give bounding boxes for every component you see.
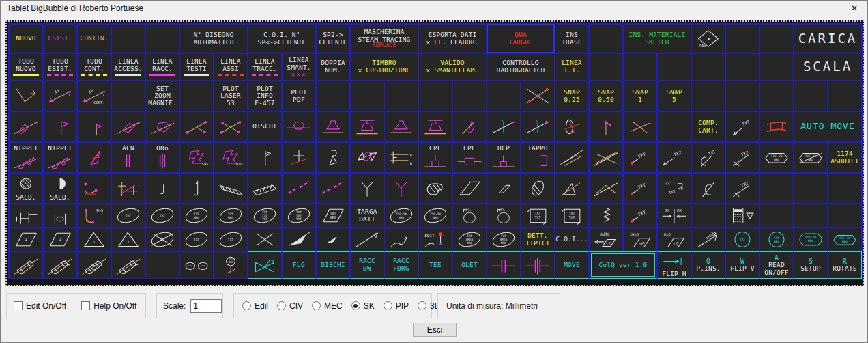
cell-flangec[interactable] (77, 251, 111, 279)
cell-arrowsolid[interactable] (282, 228, 316, 251)
cell-hexlblx-tie-in-nro[interactable]: TIE-INNRO (794, 142, 828, 173)
cell-txtdot[interactable]: TXT (623, 204, 657, 228)
cell-txtslash[interactable]: TXT (725, 142, 760, 173)
radio-sk[interactable]: SK (351, 301, 375, 311)
cell-trilbl-1[interactable]: 1 (111, 228, 145, 251)
cell-ellx-txt[interactable]: TXT (145, 228, 179, 251)
cell-1174-asbuilt[interactable]: 1174ASBUILT (828, 142, 862, 173)
cell-targa-dati[interactable]: TARGADATI (350, 204, 384, 228)
cell-parlbl-1[interactable]: 1 (43, 228, 77, 251)
cell-mcomma[interactable] (452, 111, 487, 142)
cell-auto-move[interactable]: AUTO MOVE (794, 111, 862, 142)
cell-elllbl-txt-area-nro[interactable]: TXTAREANRO (452, 228, 487, 251)
cell-r5curve-r-5[interactable]: R=5 (77, 204, 111, 228)
cell-mflask[interactable] (384, 111, 418, 142)
cell-mflag2[interactable] (77, 111, 111, 142)
cell-roundlblc-tie-in-nro[interactable]: TIE-INNRO (794, 228, 828, 251)
cell-mflask[interactable] (316, 111, 350, 142)
cell-parlbl-txt-nro[interactable]: TXTNRO (316, 204, 350, 228)
cell-twoell[interactable] (179, 251, 214, 279)
help-on-off-checkbox[interactable]: Help On/Off (81, 301, 136, 311)
cell-mpara[interactable] (111, 111, 145, 142)
cell-xtick[interactable]: × (487, 111, 521, 142)
cell-linea-t-t[interactable]: LINEAT.T. (555, 53, 589, 81)
cell-mbranch3[interactable] (179, 111, 214, 142)
cell-timbro-x-costruzione[interactable]: TIMBROx COSTRUZIONE (350, 53, 418, 81)
cell-dim10-cont[interactable]: 10CONT. (77, 81, 111, 111)
cell-mdotspole[interactable] (589, 111, 623, 142)
cell-dett-tipici[interactable]: DETT.TIPICI (521, 228, 555, 251)
cell-sald[interactable]: SALD. (9, 173, 43, 204)
cell-tubo-esist[interactable]: TUBOESIST. (43, 53, 77, 81)
cell-centerline[interactable] (691, 173, 725, 204)
cell-trilbl-1[interactable]: 1 (77, 228, 111, 251)
cell-plot-pdf[interactable]: PLOTPDF (282, 81, 316, 111)
cell-pipez[interactable] (9, 204, 43, 228)
cell-diag2[interactable] (555, 142, 589, 173)
cell-orn[interactable]: ORn (145, 142, 179, 173)
cell-tappo[interactable]: TAPPO (521, 142, 555, 173)
radio-pip[interactable]: PIP (384, 301, 409, 311)
cell-ticks[interactable] (111, 173, 145, 204)
cell-snap-0-25[interactable]: SNAP0.25 (555, 81, 589, 111)
cell-crossred[interactable] (282, 142, 316, 173)
cell-set-zoom-magnif[interactable]: SETZOOMMAGNIF. (145, 81, 179, 111)
cell-arrowlong[interactable] (350, 228, 384, 251)
cell-cone[interactable] (316, 142, 350, 173)
cell-twist[interactable] (350, 142, 384, 173)
cell-flip-v[interactable]: WFLIP V (725, 251, 760, 279)
cell-txtdot[interactable]: TXT (623, 142, 657, 173)
cell-mtee[interactable] (418, 111, 452, 142)
cell-hatchwing[interactable] (214, 173, 248, 204)
cell-mchain[interactable] (282, 173, 316, 204)
cell-contin[interactable]: CONTIN. (77, 24, 111, 53)
cell-xtick[interactable]: × (521, 111, 555, 142)
cell-plot-laser-53[interactable]: PLOTLASER53 (214, 81, 248, 111)
cell-trilines[interactable] (555, 173, 589, 204)
cell-sectionaa[interactable]: AA (384, 142, 418, 173)
cell-linea-tracc[interactable]: LINEATRACC. (248, 53, 282, 81)
cell-ymagenta[interactable] (384, 173, 418, 204)
cell-mflag[interactable] (43, 111, 77, 142)
scale-input[interactable] (190, 299, 222, 313)
cell-mblob-nid[interactable]: NID (214, 142, 248, 173)
cell-mblob-sws[interactable]: SWS (179, 142, 214, 173)
cell-ins-materiale-sketch[interactable]: INS. MATERIALESKETCH (623, 24, 691, 53)
cell-mcap2[interactable] (521, 251, 555, 279)
cell-linea-assi[interactable]: LINEAASSI (214, 53, 248, 81)
cell-mpentagon[interactable] (145, 111, 179, 142)
cell-c-o-i-n-sp-cliente[interactable]: C.O.I. N°SP<->CLIENTE (248, 24, 316, 53)
cell-mbowtie[interactable] (9, 111, 43, 142)
cell-elllbl-txt[interactable]: TXT (214, 228, 248, 251)
cell-elllbl-tie-in-nro[interactable]: TIE-INNRO (384, 204, 418, 228)
cell-carica[interactable]: CARICA (794, 24, 862, 53)
cell-scala[interactable]: SCALA (794, 53, 862, 81)
cell-hatchellipse[interactable] (521, 173, 555, 204)
cell-elllbl-txt-nro[interactable]: TXTNRO (214, 204, 248, 228)
cell-esporta-dati-x-el-elabor[interactable]: ESPORTA DATIx EL. ELABOR. (418, 24, 487, 53)
cell-circlblc-txt[interactable]: TXT (725, 228, 760, 251)
cell-dischi[interactable]: DISCHI (248, 111, 282, 142)
cell-arrowsmall[interactable] (316, 228, 350, 251)
cell-racc-bw[interactable]: RACCBW (350, 251, 384, 279)
cell-controllo-radiografico[interactable]: CONTROLLORADIOGRAFICO (487, 53, 555, 81)
cell-doppia-num[interactable]: DOPPIANUM. (316, 53, 350, 81)
cell-hooks[interactable] (145, 173, 179, 204)
cell-msail[interactable] (77, 142, 111, 173)
cell-bentarrow[interactable] (9, 81, 43, 111)
cell-revdiamond-rev[interactable]: REV (691, 24, 725, 53)
cell-qua-targhe[interactable]: QUATARGHE (487, 24, 555, 53)
cell-nuovo[interactable]: NUOVO (9, 24, 43, 53)
cell-mcap[interactable] (487, 251, 521, 279)
cell-txttxtarrow[interactable]: TXTTXT (657, 173, 691, 204)
cell-circbanner-txt[interactable]: TXT (452, 204, 487, 228)
cell-colq-ver-1-0[interactable]: ColQ ver 1.0 (589, 251, 657, 279)
cell-racc-forg[interactable]: RACCFORG (384, 251, 418, 279)
cell-comp-cart[interactable]: COMP.CART. (691, 111, 725, 142)
cell-diagx[interactable] (589, 142, 623, 173)
cell-calc[interactable] (725, 204, 760, 228)
cell-read-on-off[interactable]: AREADON/OFF (760, 251, 794, 279)
cell-sxdx[interactable]: SXDX (657, 204, 691, 228)
cell-snap-1[interactable]: SNAP1 (623, 81, 657, 111)
cell-mbranch4[interactable] (214, 111, 248, 142)
